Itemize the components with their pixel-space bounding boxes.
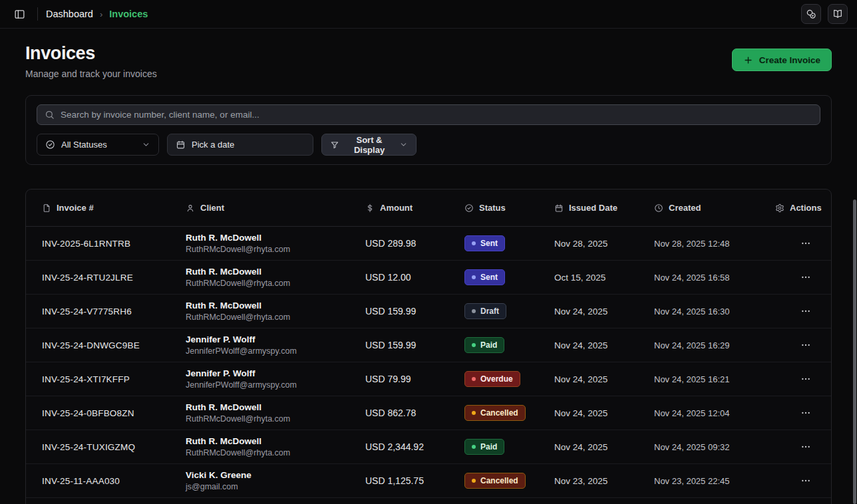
search-box (37, 104, 820, 125)
row-actions-button[interactable] (796, 303, 815, 319)
invoice-amount: USD 12.00 (365, 272, 464, 283)
client-cell: Ruth R. McDowell RuthRMcDowell@rhyta.com (186, 301, 365, 322)
clock-icon (654, 203, 663, 213)
issued-date: Nov 24, 2025 (554, 374, 654, 384)
column-header-amount: Amount (365, 203, 464, 213)
client-name: Ruth R. McDowell (186, 436, 365, 446)
status-dot-icon (472, 343, 476, 347)
client-cell: Ruth R. McDowell RuthRMcDowell@rhyta.com (186, 436, 365, 457)
issued-date: Nov 24, 2025 (554, 307, 654, 316)
create-invoice-button[interactable]: Create Invoice (732, 49, 832, 71)
status-badge: Cancelled (464, 405, 526, 421)
status-dot-icon (472, 445, 476, 449)
status-badge: Draft (464, 303, 506, 319)
status-badge: Overdue (464, 371, 520, 387)
created-date: Nov 24, 2025 16:29 (654, 340, 775, 350)
table-row[interactable]: INV-25-11-AAA030 Vicki K. Greene js@gmai… (26, 464, 831, 498)
table-row[interactable]: INV-25-24-V7775RH6 Ruth R. McDowell Ruth… (26, 295, 831, 328)
invoice-number: INV-25-24-DNWGC9BE (42, 340, 186, 350)
row-actions-button[interactable] (796, 405, 815, 421)
client-email: JenniferPWolff@armyspy.com (186, 346, 365, 356)
column-header-invoice: Invoice # (42, 203, 186, 213)
status-badge: Paid (464, 439, 504, 455)
invoice-number: INV-25-24-V7775RH6 (42, 307, 186, 316)
issued-date: Nov 24, 2025 (554, 442, 654, 452)
panel-left-icon (14, 9, 25, 20)
scrollbar[interactable] (853, 199, 856, 504)
table-row[interactable]: INV-2025-6L1RNTRB Ruth R. McDowell RuthR… (26, 227, 831, 261)
client-email: RuthRMcDowell@rhyta.com (186, 245, 365, 254)
table-row[interactable]: INV-25-24-0BFBO8ZN Ruth R. McDowell Ruth… (26, 396, 831, 430)
status-filter-select[interactable]: All Statuses (37, 134, 159, 156)
status-label: Paid (480, 340, 497, 350)
status-cell: Paid (464, 337, 554, 353)
sidebar-toggle-button[interactable] (9, 4, 29, 24)
more-horizontal-icon (800, 408, 811, 418)
more-horizontal-icon (800, 238, 811, 249)
page-head: Invoices Manage and track your invoices … (25, 43, 832, 79)
status-label: Cancelled (480, 476, 518, 485)
actions-cell (775, 405, 815, 421)
breadcrumb-invoices-link[interactable]: Invoices (109, 9, 148, 19)
column-header-issued: Issued Date (554, 203, 654, 213)
invoice-amount: USD 79.99 (365, 374, 464, 384)
client-name: Jennifer P. Wolff (186, 334, 365, 344)
row-actions-button[interactable] (796, 269, 815, 285)
coins-icon (806, 9, 816, 19)
status-badge: Sent (464, 269, 505, 285)
more-horizontal-icon (800, 272, 811, 283)
calendar-icon (554, 203, 564, 213)
status-badge: Sent (464, 235, 505, 251)
invoices-table: Invoice # Client Amount (25, 189, 832, 504)
issued-date: Nov 24, 2025 (554, 340, 654, 350)
row-actions-button[interactable] (796, 473, 815, 489)
client-cell: Jennifer P. Wolff JenniferPWolff@armyspy… (186, 334, 365, 356)
search-icon (45, 110, 55, 120)
client-name: Ruth R. McDowell (186, 402, 365, 412)
client-cell: Ruth R. McDowell RuthRMcDowell@rhyta.com (186, 267, 365, 288)
created-date: Nov 24, 2025 12:04 (654, 408, 775, 418)
breadcrumb-dashboard-link[interactable]: Dashboard (46, 9, 93, 19)
breadcrumb-separator-glyph: › (100, 9, 102, 19)
chevron-down-icon (399, 140, 408, 149)
sort-display-button[interactable]: Sort & Display (321, 134, 417, 156)
table-row[interactable]: INV-25-24-XTI7KFFP Jennifer P. Wolff Jen… (26, 362, 831, 396)
row-actions-button[interactable] (796, 371, 815, 387)
filter-row: All Statuses Pick a date Sort & Display (37, 134, 820, 156)
invoice-amount: USD 2,344.92 (365, 441, 464, 452)
actions-cell (775, 235, 815, 251)
row-actions-button[interactable] (796, 439, 815, 455)
actions-cell (775, 269, 815, 285)
currency-toggle-button[interactable] (801, 4, 821, 24)
client-email: js@gmail.com (186, 482, 365, 491)
search-input[interactable] (61, 110, 812, 120)
actions-cell (775, 303, 815, 319)
status-label: Overdue (480, 374, 513, 384)
client-name: Ruth R. McDowell (186, 267, 365, 277)
table-row[interactable]: INV-25-24-DNWGC9BE Jennifer P. Wolff Jen… (26, 328, 831, 362)
status-badge: Paid (464, 337, 504, 353)
gear-icon (775, 203, 784, 213)
created-date: Nov 28, 2025 12:48 (654, 239, 775, 249)
client-email: RuthRMcDowell@rhyta.com (186, 279, 365, 288)
actions-cell (775, 371, 815, 387)
client-name: Jennifer P. Wolff (186, 368, 365, 378)
created-date: Nov 24, 2025 09:32 (654, 442, 775, 452)
row-actions-button[interactable] (796, 337, 815, 353)
invoice-amount: USD 289.98 (365, 238, 464, 249)
table-row[interactable]: INV-25-24-TUXIGZMQ Ruth R. McDowell Ruth… (26, 430, 831, 464)
table-row[interactable]: INV-25-24-RTU2JLRE Ruth R. McDowell Ruth… (26, 261, 831, 295)
status-cell: Cancelled (464, 473, 554, 489)
topbar-separator (37, 7, 38, 21)
status-label: Paid (480, 442, 497, 451)
client-cell: Ruth R. McDowell RuthRMcDowell@rhyta.com (186, 402, 365, 424)
table-row-partial[interactable]: Ruth R. McDowell (26, 498, 831, 504)
plus-icon (743, 55, 753, 65)
client-name: Ruth R. McDowell (186, 233, 365, 243)
client-email: RuthRMcDowell@rhyta.com (186, 414, 365, 424)
docs-button[interactable] (828, 4, 848, 24)
row-actions-button[interactable] (796, 235, 815, 251)
client-cell: Jennifer P. Wolff JenniferPWolff@armyspy… (186, 368, 365, 390)
calendar-icon (176, 140, 186, 150)
date-filter-button[interactable]: Pick a date (167, 134, 313, 156)
